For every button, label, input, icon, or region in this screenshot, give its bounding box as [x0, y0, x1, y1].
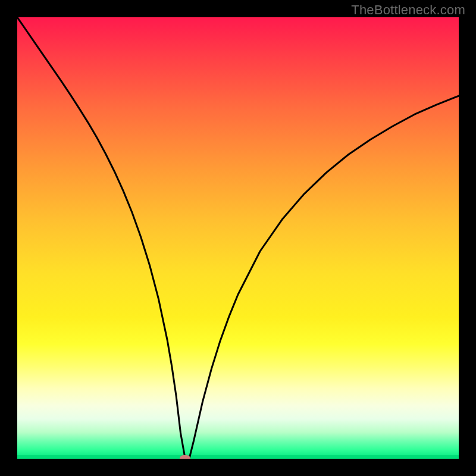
chart-plot-area — [17, 17, 459, 459]
bottleneck-curve — [17, 17, 459, 459]
watermark-text: TheBottleneck.com — [351, 2, 465, 18]
optimal-point-marker — [180, 455, 190, 459]
